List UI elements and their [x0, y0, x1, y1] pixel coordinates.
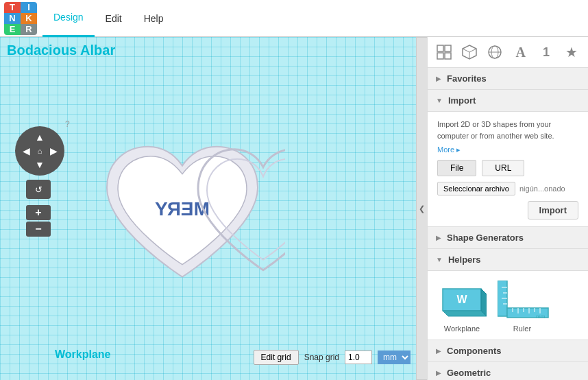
number-icon[interactable]: 1: [535, 41, 556, 63]
workplane-label-text: Workplane: [444, 324, 480, 333]
svg-rect-3: [437, 53, 443, 59]
shape-generators-section-header[interactable]: ▶ Shape Generators: [428, 227, 588, 249]
helpers-section-header[interactable]: ▼ Helpers: [428, 249, 588, 271]
import-section-header[interactable]: ▼ Import: [428, 90, 588, 112]
snap-unit-select[interactable]: mm: [378, 351, 411, 364]
panel-collapse-button[interactable]: ❮: [416, 37, 427, 380]
panel-toolbar: A 1 ★: [428, 37, 588, 68]
ruler-icon: mm: [498, 281, 547, 322]
geometric-section-header[interactable]: ▶ Geometric: [428, 362, 588, 380]
geometric-arrow: ▶: [436, 369, 441, 377]
helpers-title: Helpers: [448, 254, 481, 265]
zoom-controls: + −: [26, 205, 51, 237]
svg-text:W: W: [456, 294, 467, 305]
sphere-icon[interactable]: [485, 41, 506, 63]
import-arrow: ▼: [436, 97, 443, 104]
svg-rect-4: [445, 53, 451, 59]
helpers-arrow: ▼: [436, 256, 443, 263]
favorites-section-header[interactable]: ▶ Favorites: [428, 68, 588, 90]
svg-text:mm: mm: [536, 313, 546, 320]
svg-text:MERY: MERY: [154, 198, 209, 219]
helpers-content: W Workplane: [428, 271, 588, 340]
tinkercad-logo: T I N K E R: [4, 2, 37, 35]
ruler-label-text: Ruler: [513, 324, 531, 333]
nav-control-circle[interactable]: ▲ ◀ ⌂ ▶ ▼: [15, 126, 64, 176]
nav-home-icon[interactable]: ⌂: [33, 144, 47, 158]
import-content: Import 2D or 3D shapes from your compute…: [428, 112, 588, 227]
canvas-area[interactable]: Bodacious Albar ? ▲ ◀ ⌂ ▶ ▼ ↺ + −: [0, 37, 416, 380]
workplane-icon: W: [437, 281, 487, 322]
favorites-arrow: ▶: [436, 75, 441, 82]
zoom-out-button[interactable]: −: [26, 222, 51, 237]
select-file-button[interactable]: Seleccionar archivo: [437, 182, 515, 195]
nav-down-arrow[interactable]: ▼: [33, 158, 47, 171]
edit-grid-button[interactable]: Edit grid: [254, 350, 299, 365]
help-hint: ?: [65, 119, 70, 129]
file-name-display: nigún...onado: [519, 185, 565, 193]
nav-design[interactable]: Design: [42, 0, 95, 37]
nav-right-arrow[interactable]: ▶: [47, 144, 60, 158]
geometric-title: Geometric: [447, 368, 491, 378]
svg-marker-13: [443, 311, 487, 316]
shape-generators-title: Shape Generators: [447, 233, 524, 243]
right-panel: A 1 ★ ▶ Favorites ▼ Import Import 2D or …: [427, 37, 588, 380]
project-name: Bodacious Albar: [7, 43, 115, 58]
url-tab-button[interactable]: URL: [482, 160, 524, 176]
star-icon[interactable]: ★: [561, 41, 583, 63]
text-icon[interactable]: A: [510, 41, 531, 63]
nav-up-arrow[interactable]: ▲: [33, 130, 47, 144]
components-arrow: ▶: [436, 347, 441, 355]
workplane-label: Workplane: [55, 348, 111, 361]
file-tab-button[interactable]: File: [437, 160, 476, 176]
grid-icon[interactable]: [433, 41, 454, 63]
snap-grid-label: Snap grid: [304, 353, 339, 362]
import-action-button[interactable]: Import: [528, 201, 578, 219]
svg-line-6: [463, 49, 469, 52]
zoom-in-button[interactable]: +: [26, 205, 51, 220]
snap-value-input[interactable]: [345, 351, 372, 364]
components-section-header[interactable]: ▶ Components: [428, 340, 588, 362]
svg-rect-2: [445, 45, 451, 51]
nav-edit[interactable]: Edit: [95, 0, 133, 37]
model-hearts: MERY: [93, 140, 285, 293]
helper-workplane[interactable]: W Workplane: [437, 281, 487, 333]
svg-line-7: [469, 49, 476, 52]
favorites-title: Favorites: [447, 73, 487, 84]
svg-rect-1: [437, 45, 443, 51]
box-icon[interactable]: [458, 41, 480, 63]
components-title: Components: [447, 346, 501, 356]
nav-left-arrow[interactable]: ◀: [19, 144, 33, 158]
shape-generators-arrow: ▶: [436, 234, 441, 241]
view-reset-button[interactable]: ↺: [26, 180, 51, 199]
helper-ruler[interactable]: mm Ruler: [498, 281, 547, 333]
import-title: Import: [448, 95, 476, 106]
import-more-link[interactable]: More ▸: [437, 145, 461, 154]
import-description: Import 2D or 3D shapes from your compute…: [437, 119, 578, 141]
nav-help[interactable]: Help: [133, 0, 175, 37]
